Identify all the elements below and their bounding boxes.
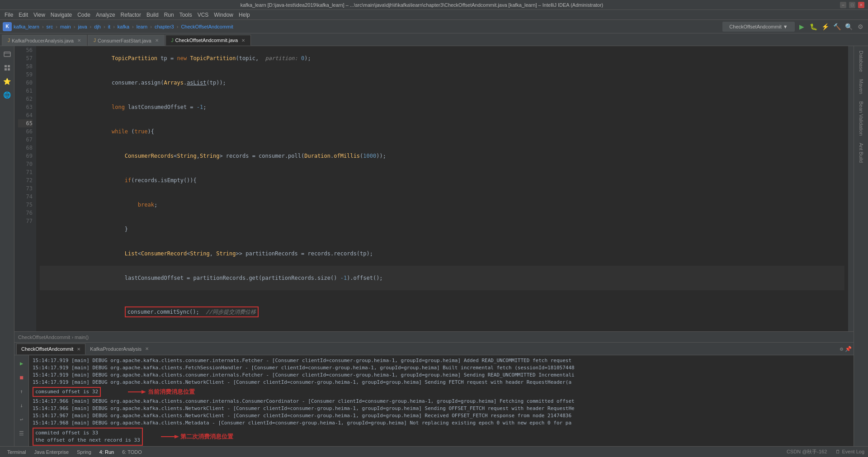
right-tab-bean-validation[interactable]: Bean Validation <box>857 99 866 138</box>
java-icon: J <box>94 38 96 43</box>
code-line-62: break; <box>40 193 844 217</box>
tab-consumer-fast[interactable]: J ConsumerFastStart.java ✕ <box>88 35 165 46</box>
run-button[interactable]: ▶ <box>797 22 807 32</box>
menu-run[interactable]: Run <box>161 11 177 19</box>
run-tab-label: KafkaProducerAnalysis <box>90 346 142 352</box>
breadcrumb-main[interactable]: main <box>60 24 71 29</box>
menu-tools[interactable]: Tools <box>177 11 195 19</box>
right-tab-database[interactable]: Database <box>857 48 866 75</box>
run-tab-close[interactable]: ✕ <box>145 346 149 351</box>
output-line-4: 15:14:17.919 [main] DEBUG org.apache.kaf… <box>33 379 850 386</box>
code-line-57: consumer.assign(Arrays.asList(tp)); <box>40 71 844 95</box>
settings-icon[interactable]: ⚙ <box>840 346 843 352</box>
code-line-58: long lastConsumedOffset = -1; <box>40 95 844 119</box>
code-line-59: while (true){ <box>40 119 844 144</box>
code-line-65: lastConsumedOffset = partitionRecords.ge… <box>40 266 844 290</box>
code-line-66 <box>40 290 844 298</box>
bottom-tab-run[interactable]: 4: Run <box>96 448 118 456</box>
breadcrumb-src[interactable]: src <box>47 24 53 29</box>
favorites-sidebar-icon[interactable]: ⭐ <box>1 75 14 88</box>
svg-rect-2 <box>5 65 7 67</box>
close-button[interactable]: ✕ <box>858 2 864 8</box>
stop-icon[interactable]: ■ <box>15 371 28 384</box>
menu-navigate[interactable]: Navigate <box>48 11 75 19</box>
run-output[interactable]: 15:14:17.919 [main] DEBUG org.apache.kaf… <box>29 355 854 446</box>
menu-refactor[interactable]: Refactor <box>118 11 144 19</box>
run-tab-label: CheckOffsetAndcommit <box>21 346 73 352</box>
bottom-tab-terminal[interactable]: Terminal <box>4 448 30 456</box>
menu-help[interactable]: Help <box>236 11 253 19</box>
vertical-scrollbar[interactable] <box>848 46 854 331</box>
bottom-tab-java-enterprise[interactable]: Java Enterprise <box>31 448 72 456</box>
menu-file[interactable]: File <box>2 11 16 19</box>
breadcrumb-it[interactable]: it <box>108 24 111 29</box>
run-again-icon[interactable]: ▶ <box>15 357 28 370</box>
project-icon: K <box>3 22 12 31</box>
web-sidebar-icon[interactable]: 🌐 <box>1 89 14 101</box>
coverage-button[interactable]: ⚡ <box>820 22 830 32</box>
menu-vcs[interactable]: VCS <box>195 11 212 19</box>
run-output-inner: 15:14:17.919 [main] DEBUG org.apache.kaf… <box>33 357 850 446</box>
bottom-tab-spring[interactable]: Spring <box>73 448 95 456</box>
breadcrumb-project[interactable]: kafka_learn <box>14 24 39 29</box>
settings-button[interactable]: ⚙ <box>855 22 865 32</box>
code-line-67: consumer.commitSync(); //同步提交消费位移 <box>40 298 844 325</box>
menu-analyze[interactable]: Analyze <box>93 11 118 19</box>
run-tab-check-offset[interactable]: CheckOffsetAndcommit ✕ <box>16 344 85 354</box>
wrap-icon[interactable]: ↩ <box>15 413 28 426</box>
output-line-3: 15:14:17.919 [main] DEBUG org.apache.kaf… <box>33 372 850 379</box>
annotation-2: 第二次消费消息位置 <box>161 433 234 440</box>
toolbar: K kafka_learn › src › main › java › djh … <box>0 20 868 33</box>
menu-build[interactable]: Build <box>144 11 161 19</box>
breadcrumb-file[interactable]: CheckOffsetAndcommit <box>181 24 233 29</box>
svg-rect-5 <box>8 68 10 71</box>
right-tab-maven[interactable]: Maven <box>857 76 866 97</box>
scroll-end-icon[interactable]: ↓ <box>15 399 28 412</box>
breadcrumb-chapter3[interactable]: chapter3 <box>155 24 174 29</box>
run-controls: CheckOffsetAndcommit ▼ ▶ 🐛 ⚡ 🔨 🔍 ⚙ <box>722 22 865 32</box>
structure-sidebar-icon[interactable] <box>1 61 14 74</box>
editor: 56 57 58 59 60 61 62 63 64 65 66 67 68 6… <box>14 46 854 446</box>
tab-close-icon[interactable]: ✕ <box>241 38 245 43</box>
breadcrumb-kafka[interactable]: kafka <box>118 24 129 29</box>
filter-icon[interactable]: ☰ <box>15 427 28 440</box>
tab-check-offset[interactable]: J CheckOffsetAndcommit.java ✕ <box>165 35 251 46</box>
right-tab-ant-build[interactable]: Ant Build <box>857 140 866 165</box>
tab-kafka-producer[interactable]: J KafkaProducerAnalysis.java ✕ <box>2 35 87 46</box>
build-button[interactable]: 🔨 <box>832 22 842 32</box>
run-tab-close[interactable]: ✕ <box>77 347 80 352</box>
search-everywhere-button[interactable]: 🔍 <box>844 22 854 32</box>
java-icon: J <box>8 38 10 43</box>
menu-view[interactable]: View <box>31 11 48 19</box>
output-consumed-row: comsumed offset is 32 当前消费消息位置 <box>33 387 850 397</box>
run-tab-kafka-producer[interactable]: KafkaProducerAnalysis ✕ <box>85 344 153 354</box>
run-config-selector[interactable]: CheckOffsetAndcommit ▼ <box>722 22 795 32</box>
scroll-top-icon[interactable]: ↑ <box>15 385 28 398</box>
main-area: ⭐ 🌐 56 57 58 59 60 61 62 63 64 65 66 67 … <box>0 46 868 446</box>
menu-window[interactable]: Window <box>211 11 236 19</box>
breadcrumb-djh[interactable]: djh <box>94 24 101 29</box>
pin-icon[interactable]: 📌 <box>845 346 852 352</box>
code-content[interactable]: TopicPartition tp = new TopicPartition(t… <box>36 46 848 331</box>
watermark-area: CSDN @秋手-162 🗒 Event Log <box>787 448 864 455</box>
editor-tabs: J KafkaProducerAnalysis.java ✕ J Consume… <box>0 33 868 46</box>
breadcrumb-java[interactable]: java <box>78 24 87 29</box>
code-line-60: ConsumerRecords<String,String> records =… <box>40 144 844 168</box>
line-numbers: 56 57 58 59 60 61 62 63 64 65 66 67 68 6… <box>14 46 36 331</box>
project-sidebar-icon[interactable] <box>1 48 14 61</box>
minimize-button[interactable]: – <box>840 2 846 8</box>
debug-button[interactable]: 🐛 <box>808 22 818 32</box>
tab-close-icon[interactable]: ✕ <box>155 38 159 43</box>
maximize-button[interactable]: □ <box>849 2 855 8</box>
title-bar: kafka_learn [D:\java-test\idea2019\kafka… <box>0 0 868 10</box>
run-content: ▶ ■ ↑ ↓ ↩ ☰ 15:14:17.919 [main] DEBUG or… <box>14 355 854 446</box>
output-line-6: 15:14:17.966 [main] DEBUG org.apache.kaf… <box>33 398 850 405</box>
run-panel: CheckOffsetAndcommit ✕ KafkaProducerAnal… <box>14 342 854 446</box>
menu-bar: File Edit View Navigate Code Analyze Ref… <box>0 10 868 20</box>
tab-close-icon[interactable]: ✕ <box>77 38 81 43</box>
menu-code[interactable]: Code <box>75 11 93 19</box>
bottom-tab-todo[interactable]: 6: TODO <box>118 448 146 456</box>
breadcrumb-learn[interactable]: learn <box>137 24 147 29</box>
menu-edit[interactable]: Edit <box>16 11 31 19</box>
event-log-link[interactable]: 🗒 Event Log <box>835 449 864 454</box>
